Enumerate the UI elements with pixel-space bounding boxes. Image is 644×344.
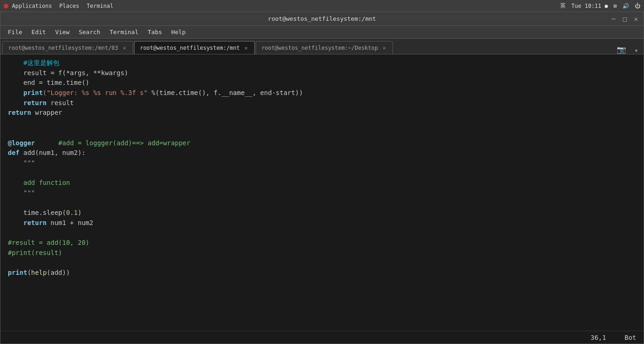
places-menu[interactable]: Places — [59, 3, 79, 9]
code-editor[interactable]: #这里是解包 result = f(*args, **kwargs) end =… — [0, 54, 644, 331]
menu-search[interactable]: Search — [75, 28, 104, 36]
code-line-2: result = f(*args, **kwargs) — [8, 68, 636, 78]
menu-terminal[interactable]: Terminal — [106, 28, 142, 36]
code-line-1: #这里是解包 — [8, 58, 636, 68]
code-line-20: #print(result) — [8, 248, 636, 258]
code-line-4: print("Logger: %s %s run %.3f s" %(time.… — [8, 88, 636, 98]
screenshot-icon: 📷 — [617, 45, 626, 54]
code-line-10: def add(num1, num2): — [8, 148, 636, 158]
tab-2[interactable]: root@westos_netfilesystem:~/Desktop ✕ — [256, 41, 393, 54]
system-bar: Applications Places Terminal 英 Tue 10:11… — [0, 0, 644, 12]
menu-tabs[interactable]: Tabs — [144, 28, 166, 36]
tab-1-label: root@westos_netfilesystem:/mnt — [140, 45, 240, 51]
window-controls: ─ □ ✕ — [610, 15, 640, 23]
cursor-position: 36,1 — [591, 334, 606, 341]
menu-bar: File Edit View Search Terminal Tabs Help — [0, 26, 644, 39]
code-line-22: print(help(add)) — [8, 268, 636, 278]
tab-bar: root@westos_netfilesystem:/mnt/03 ✕ root… — [0, 39, 644, 54]
system-bar-left: Applications Places Terminal — [4, 3, 113, 9]
app-menu-dot — [4, 4, 8, 8]
code-line-9: @logger #add = loggger(add)==> add=wrapp… — [8, 138, 636, 148]
scroll-position: Bot — [625, 334, 636, 341]
code-line-7 — [8, 118, 636, 128]
code-line-11: """ — [8, 158, 636, 168]
system-bar-right: 英 Tue 10:11 ● ⊞ 🔊 ⏻ — [560, 2, 640, 10]
applications-label[interactable]: Applications — [12, 3, 52, 9]
power-icon: ⏻ — [635, 3, 640, 9]
tab-add-button[interactable]: 📷 — [613, 45, 630, 54]
title-bar: root@westos_netfilesystem:/mnt ─ □ ✕ — [0, 12, 644, 26]
code-line-3: end = time.time() — [8, 78, 636, 88]
code-line-16: time.sleep(0.1) — [8, 208, 636, 218]
status-bar: 36,1 Bot — [0, 331, 644, 344]
menu-edit[interactable]: Edit — [28, 28, 49, 36]
network-icon: ⊞ — [614, 3, 617, 9]
volume-icon: 🔊 — [622, 3, 629, 9]
code-line-17: return num1 + num2 — [8, 218, 636, 228]
code-line-13: add function — [8, 178, 636, 188]
tab-0-close[interactable]: ✕ — [122, 45, 127, 51]
code-line-12 — [8, 168, 636, 178]
tab-scroll-arrow[interactable]: ▾ — [631, 47, 642, 54]
language-indicator: 英 — [560, 2, 566, 10]
tab-1-close[interactable]: ✕ — [243, 45, 248, 51]
tab-2-close[interactable]: ✕ — [382, 45, 387, 51]
tab-1[interactable]: root@westos_netfilesystem:/mnt ✕ — [134, 41, 255, 54]
maximize-button[interactable]: □ — [621, 15, 628, 23]
applications-menu[interactable]: Applications — [4, 3, 52, 9]
code-line-15 — [8, 198, 636, 208]
terminal-window: root@westos_netfilesystem:/mnt ─ □ ✕ Fil… — [0, 12, 644, 344]
menu-view[interactable]: View — [52, 28, 73, 36]
code-line-14: """ — [8, 188, 636, 198]
clock: Tue 10:11 ● — [571, 3, 608, 9]
minimize-button[interactable]: ─ — [610, 15, 617, 23]
code-line-6: return wrapper — [8, 108, 636, 118]
close-button[interactable]: ✕ — [632, 15, 640, 23]
tab-0-label: root@westos_netfilesystem:/mnt/03 — [8, 45, 118, 51]
tab-2-label: root@westos_netfilesystem:~/Desktop — [262, 45, 378, 51]
code-line-18 — [8, 228, 636, 238]
menu-file[interactable]: File — [4, 28, 26, 36]
code-line-19: #result = add(10, 20) — [8, 238, 636, 248]
tab-0[interactable]: root@westos_netfilesystem:/mnt/03 ✕ — [2, 41, 133, 54]
code-line-8 — [8, 128, 636, 138]
window-title: root@westos_netfilesystem:/mnt — [268, 15, 376, 22]
menu-help[interactable]: Help — [168, 28, 189, 36]
terminal-menu[interactable]: Terminal — [87, 3, 113, 9]
code-line-5: return result — [8, 98, 636, 108]
code-line-21 — [8, 258, 636, 268]
